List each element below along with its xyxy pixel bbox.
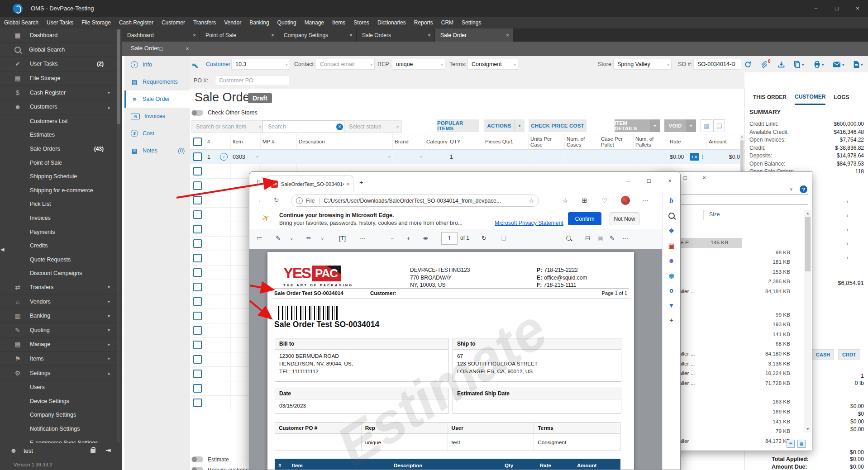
shopping-icon[interactable]: ❖ (667, 226, 677, 236)
row-checkbox[interactable] (190, 237, 205, 251)
page-info-icon[interactable]: i (296, 197, 303, 204)
menu-item[interactable]: Reports (410, 17, 437, 28)
section-chevron-icon[interactable]: › (846, 197, 849, 204)
copy-icon[interactable] (792, 60, 802, 69)
close-button[interactable]: × (695, 172, 714, 184)
brand-cell[interactable]: ▾ (393, 150, 424, 164)
menu-item[interactable]: Banking (245, 17, 273, 28)
clear-search-icon[interactable]: ✕ (336, 123, 343, 130)
row-checkbox[interactable] (190, 396, 205, 410)
details-view-icon[interactable]: ☰ (787, 440, 795, 448)
column-header[interactable]: Description (297, 134, 393, 149)
profile-avatar[interactable] (621, 196, 630, 205)
menu-item[interactable]: Customer (157, 17, 189, 28)
tab-close-icon[interactable]: × (349, 32, 353, 38)
sidebar-item[interactable]: Shipping for e-commerce (0, 184, 122, 198)
mdi-tab[interactable]: Sale Orders × (357, 28, 435, 42)
section-chevron-icon[interactable]: › (846, 211, 849, 218)
logout-icon[interactable]: ⇥ (105, 446, 111, 454)
pdf-search-icon[interactable] (566, 236, 571, 241)
print-icon[interactable] (812, 60, 822, 69)
row-checkbox[interactable] (190, 280, 205, 294)
sidebar-item[interactable]: ▦ Dashboard (0, 28, 122, 43)
num-cases-cell[interactable] (565, 150, 599, 164)
sidebar-item[interactable]: ▥ Banking ▾ (0, 309, 122, 323)
column-header[interactable] (217, 134, 231, 149)
sidebar-item[interactable]: ⚑ Items ▾ (0, 352, 122, 366)
size-column-header[interactable]: Size (709, 211, 720, 218)
mdi-tab[interactable]: Company Settings × (278, 28, 357, 42)
sidebar-item[interactable]: Discount Campaigns (0, 266, 122, 280)
column-header[interactable]: Units Per Case (529, 134, 565, 149)
status-select[interactable]: Select status▾ (344, 120, 402, 133)
actions-button[interactable]: ACTIONS (484, 119, 514, 132)
sidebar-item[interactable]: ▤ File Storage (0, 71, 122, 86)
row-checkbox[interactable] (190, 266, 205, 280)
sidebar-item[interactable]: Point of Sale (0, 156, 122, 170)
chevron-down-icon[interactable]: ∨ (321, 237, 324, 241)
add-icon[interactable]: + (667, 315, 677, 325)
privacy-statement-link[interactable]: Microsoft Privacy Statement (495, 220, 563, 226)
menu-item[interactable]: Items (328, 17, 349, 28)
sidebar-item[interactable]: Payments (0, 225, 122, 239)
games-icon[interactable]: ▼ (667, 300, 677, 310)
more-tools-icon[interactable]: ⋯ (360, 235, 366, 242)
favorite-star-icon[interactable]: ☆ (529, 197, 534, 204)
browser-tab[interactable]: PDF SaleOrderTest_SO-0034014_from × (267, 176, 353, 192)
sidebar-item[interactable]: ☻ Customers ▴ (0, 100, 122, 114)
sidebar-item[interactable]: Invoices (0, 211, 122, 225)
cash-button[interactable]: CASH (812, 349, 834, 360)
close-button[interactable]: × (659, 172, 680, 189)
tab-close-icon[interactable]: × (193, 32, 196, 38)
units-per-case-cell[interactable] (529, 150, 565, 164)
mdi-tab[interactable]: Sale Order × (435, 28, 513, 42)
print-dropdown-icon[interactable]: ▾ (822, 62, 824, 67)
sidebar-item[interactable]: ✔ User Tasks (2) (0, 57, 122, 71)
menu-item[interactable]: Manage (300, 17, 328, 28)
email-dropdown-icon[interactable]: ▾ (842, 62, 844, 67)
row-checkbox[interactable] (190, 150, 205, 164)
menu-item[interactable]: Stores (349, 17, 373, 28)
confirm-button[interactable]: Confirm (568, 212, 601, 225)
draw-icon[interactable]: ✎ (276, 235, 281, 242)
select-all-checkbox[interactable] (190, 134, 205, 149)
sidebar-scrollbar[interactable] (117, 29, 120, 466)
page-view-icon[interactable]: ❏ (501, 235, 506, 242)
row-checkbox[interactable] (190, 352, 205, 366)
toggle-switch[interactable] (191, 110, 203, 116)
nav-item[interactable]: i Info (124, 56, 190, 73)
outlook-icon[interactable]: o (667, 285, 677, 295)
so-number-field[interactable]: SO-0034014-D (693, 59, 741, 70)
menu-item[interactable]: File Storage (77, 17, 115, 28)
section-chevron-icon[interactable]: › (846, 253, 849, 260)
sidebar-item[interactable]: Pick List (0, 197, 122, 211)
credit-button[interactable]: CRDT (838, 349, 860, 360)
new-tab-icon[interactable]: + (359, 178, 363, 186)
column-header[interactable]: Item (231, 134, 261, 149)
mdi-tab[interactable]: Dashboard × (122, 28, 200, 42)
refresh-icon[interactable] (743, 60, 753, 69)
sidebar-item[interactable]: ▤ Manage ▾ (0, 337, 122, 352)
more-menu-icon[interactable]: ⋯ (642, 197, 649, 204)
menu-item[interactable]: Dictionaries (373, 17, 410, 28)
pieces-cell[interactable] (483, 150, 529, 164)
row-checkbox[interactable] (190, 222, 205, 236)
column-header[interactable]: Case Per Pallet (599, 134, 634, 149)
sidebar-item[interactable]: Estimates (0, 128, 122, 142)
num-pallets-cell[interactable] (634, 150, 668, 164)
popular-items-button[interactable]: POPULAR ITEMS (437, 119, 479, 132)
row-checkbox[interactable] (190, 208, 205, 222)
void-button[interactable]: VOID (664, 119, 686, 132)
contents-icon[interactable]: ≔ (257, 235, 262, 242)
panel-tab[interactable]: CUSTOMER (795, 89, 825, 105)
menu-item[interactable]: CRM (437, 17, 458, 28)
nav-item[interactable]: IN Invoices (124, 108, 190, 125)
column-header[interactable]: QTY (448, 134, 483, 149)
browser-essentials-icon[interactable]: ♡ (602, 197, 607, 204)
menu-item[interactable]: User Tasks (43, 17, 77, 28)
row-checkbox[interactable] (190, 164, 205, 178)
rotate-icon[interactable]: ↻ (482, 235, 486, 242)
column-header[interactable]: Num. of Pallets (634, 134, 668, 149)
maximize-button[interactable]: □ (826, 0, 847, 17)
sidebar-collapse-handle[interactable]: ◀ (0, 247, 4, 252)
